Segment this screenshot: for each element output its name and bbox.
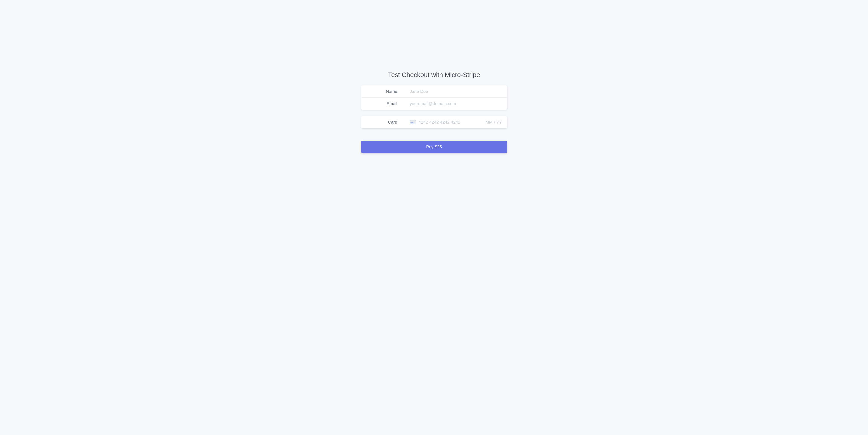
card-field-row: Card <box>361 116 507 128</box>
card-input-wrapper <box>397 120 507 125</box>
page-title: Test Checkout with Micro-Stripe <box>361 71 507 79</box>
card-number-input[interactable] <box>418 120 482 125</box>
pay-button[interactable]: Pay $25 <box>361 141 507 153</box>
email-field-row: Email <box>361 98 507 110</box>
card-label: Card <box>361 120 397 125</box>
credit-card-icon <box>410 120 416 124</box>
card-info-card: Card <box>361 116 507 128</box>
checkout-container: Test Checkout with Micro-Stripe Name Ema… <box>361 71 507 435</box>
card-expiry-input[interactable] <box>482 120 502 125</box>
name-field-row: Name <box>361 86 507 98</box>
name-label: Name <box>361 89 397 94</box>
svg-rect-0 <box>410 120 416 124</box>
svg-rect-2 <box>410 122 413 123</box>
personal-info-card: Name Email <box>361 86 507 110</box>
email-label: Email <box>361 101 397 106</box>
name-input[interactable] <box>397 89 507 94</box>
email-input[interactable] <box>397 101 507 106</box>
